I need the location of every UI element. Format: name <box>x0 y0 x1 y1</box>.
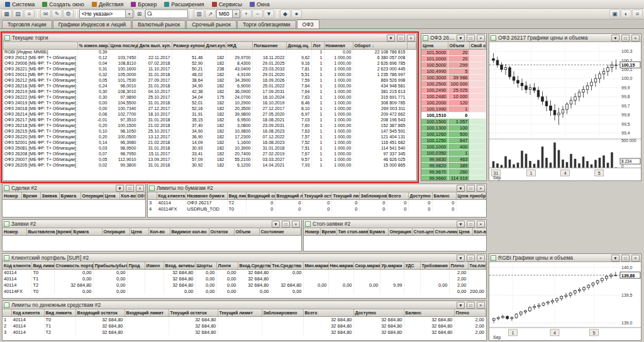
table-row[interactable]: ОФЗ 26219 [МБ ФР: Т+ Облигации]0,30108,3… <box>3 89 416 94</box>
messages-icon[interactable]: ✉ <box>40 9 51 18</box>
rgbi-price-chart[interactable]: 140,0139,5139,0139,86145Sep <box>489 262 641 340</box>
ask-row[interactable]: 100,300039 986 <box>421 74 486 80</box>
maximize-button[interactable]: □ <box>467 35 475 41</box>
windows-icon[interactable]: ▤ <box>13 9 23 18</box>
column-header[interactable]: Номер <box>3 192 21 199</box>
chevron-down-icon[interactable]: ▼ <box>125 10 133 18</box>
column-header[interactable]: Измен <box>145 262 164 269</box>
list-icon[interactable]: ≡ <box>24 9 35 18</box>
bid-row[interactable]: 100,03501 <box>421 150 486 156</box>
chart-dropdown-icon[interactable]: ▼ <box>264 9 274 18</box>
column-header[interactable]: Текущий лимит <box>218 309 262 316</box>
dock-button[interactable]: ▼ <box>457 255 465 262</box>
column-header[interactable]: Прибыль/убытки <box>93 262 127 269</box>
column-header[interactable]: Бумага <box>59 192 80 199</box>
table-row[interactable]: 40114T00,000,0032 684,800,000,0032 684,8… <box>3 269 486 275</box>
menu-item-1[interactable]: Система <box>1 0 38 8</box>
column-header[interactable]: Время <box>320 228 336 235</box>
column-header[interactable]: Код клиента <box>11 309 44 316</box>
add-instrument-icon[interactable]: ⊞ <box>134 9 145 18</box>
ask-row[interactable]: 101,500020 <box>421 49 486 55</box>
table-row[interactable]: ОФЗ 26215 [МБ ФР: Т+ Облигации]0,1098,10… <box>3 128 416 134</box>
table-row[interactable]: RGBI [Индекс ММВБ]0,3910,0022 108 786 81… <box>3 49 416 55</box>
maximize-button[interactable]: □ <box>621 255 630 262</box>
indicator-icon[interactable]: ◆ <box>280 9 291 18</box>
column-header[interactable]: Номер <box>304 228 320 235</box>
menu-item-3[interactable]: Действия <box>88 0 127 8</box>
column-header[interactable]: Нач.маржа <box>328 262 353 269</box>
column-header[interactable]: Доступно <box>408 192 432 199</box>
column-header[interactable]: Оборот ↓ <box>353 42 407 49</box>
tab-Торги облигациями[interactable]: Торги облигациями <box>237 20 296 28</box>
column-header[interactable]: Всего <box>303 309 353 316</box>
table-row[interactable]: 40114FXT00,000,000,000,000,000,000,000,0… <box>3 288 486 294</box>
column-header[interactable] <box>3 309 11 316</box>
tab-Торговля Акции[interactable]: Торговля Акции <box>2 20 52 28</box>
table-row[interactable]: ОФЗ 26217 [МБ ФР: Т+ Облигации]-0,0197,3… <box>3 117 416 123</box>
column-header[interactable]: Цена <box>103 192 119 199</box>
dock-button[interactable]: ▼ <box>272 221 280 228</box>
column-header[interactable]: Лонги <box>216 262 238 269</box>
table-row[interactable]: ОФЗ 26214 [МБ ФР: Т+ Облигации]0,06102,7… <box>3 111 416 117</box>
column-header[interactable]: Цена <box>457 228 472 235</box>
column-header[interactable]: Цена приобретения <box>456 192 486 199</box>
table-row[interactable]: ОФЗ 29012 [МБ ФР: Т+ Облигации]0,12103,7… <box>3 55 416 60</box>
settings-icon[interactable]: ⚙ <box>63 9 74 18</box>
column-header[interactable]: Стоп-лимит цена <box>433 228 457 235</box>
column-header[interactable]: Заблокировано <box>262 309 303 316</box>
table-row[interactable]: ОФЗ 26222 [МБ ФР: Т+ Облигации]0,3097,98… <box>3 94 416 100</box>
menu-item-2[interactable]: Создать окно <box>38 0 88 8</box>
column-header[interactable]: Свой объем <box>469 42 486 49</box>
ask-row[interactable]: 100,49905 <box>421 68 486 74</box>
column-header[interactable]: Требования <box>420 262 449 269</box>
column-header[interactable]: Вход.Средства <box>238 262 270 269</box>
tab-ОФЗ[interactable]: ОФЗ <box>297 19 319 28</box>
column-header[interactable]: Доступно <box>353 309 404 316</box>
table-row[interactable]: ОФЗ 24019 [МБ ФР: Т+ Облигации]0,00104,5… <box>3 100 416 106</box>
table-row[interactable]: ОФЗ 52001 [МБ ФР: Т+ Облигации]0,1496,39… <box>3 140 416 145</box>
bid-row[interactable]: 99,9660114 919 <box>421 175 486 180</box>
tab-Графики Индексов и Акций[interactable]: Графики Индексов и Акций <box>53 20 131 28</box>
panel-titlebar[interactable]: Текущие торги ▼□× <box>3 34 416 42</box>
panel-titlebar[interactable]: ОФЗ 26217 ▼□× <box>421 34 486 42</box>
table-row[interactable]: ОФЗ 29007 [МБ ФР: Т+ Облигации]0,05112,9… <box>3 157 416 162</box>
panel-titlebar[interactable]: Лимиты по денежным средствам #2 ▼□× <box>3 301 486 309</box>
bid-row[interactable]: 99,9830463 <box>421 156 486 162</box>
table-row[interactable]: 140114T032 684,8032 684,8032 684,8032 68… <box>3 316 486 323</box>
maximize-button[interactable]: □ <box>467 185 475 192</box>
ask-row[interactable]: 100,248010 000 <box>421 93 486 99</box>
column-header[interactable]: Выставлена [время] <box>26 228 72 235</box>
column-header[interactable]: Цена <box>130 228 148 235</box>
column-header[interactable]: Вход. активы <box>164 262 195 269</box>
table-row[interactable]: 340114ОФЗ 26217T200000000 <box>148 199 486 206</box>
column-header[interactable]: % измен.закр. <box>77 42 109 49</box>
layout-icon[interactable]: ▣ <box>609 9 620 18</box>
close-button[interactable]: × <box>477 185 485 192</box>
ask-row[interactable]: 100,5000299 <box>421 62 486 68</box>
bid-row[interactable]: 100,1250647 <box>421 137 486 143</box>
panel-titlebar[interactable]: Стоп-заявки #2 ▼□× <box>304 220 486 228</box>
ofz-price-chart[interactable]: 100,3100,2100,1100,099,999,899,799,699,5… <box>489 42 641 180</box>
column-header[interactable]: Код клиента <box>3 262 31 269</box>
column-header[interactable]: Плечо <box>449 262 468 269</box>
close-button[interactable]: × <box>477 35 485 41</box>
column-header[interactable]: Объем <box>234 228 259 235</box>
column-header[interactable]: Входящий остаток <box>246 192 275 199</box>
menu-item-6[interactable]: Сервисы <box>208 0 246 8</box>
column-header[interactable]: Лот <box>311 42 324 49</box>
dock-button[interactable]: ▼ <box>457 221 465 228</box>
crosshair-icon[interactable]: ● <box>291 9 302 18</box>
column-header[interactable]: Текущий остаток <box>169 309 218 316</box>
ask-row[interactable]: 100,2500100 000 <box>421 80 486 87</box>
table-row[interactable]: 440114FXUSDRUB_TODT000000000 <box>148 206 486 212</box>
menu-item-5[interactable]: Расширения <box>160 0 208 8</box>
maximize-button[interactable]: □ <box>126 185 134 192</box>
column-header[interactable] <box>407 42 416 49</box>
column-header[interactable]: Цена <box>421 42 448 49</box>
close-button[interactable]: × <box>292 221 300 228</box>
dock-button[interactable]: ▼ <box>457 302 465 309</box>
table-row[interactable]: ОФЗ 26216 [МБ ФР: Т+ Облигации]0,2498,00… <box>3 83 416 89</box>
column-header[interactable]: Видимое кол-во <box>170 228 209 235</box>
dock-button[interactable]: ▼ <box>457 185 465 192</box>
table-row[interactable]: ОФЗ 26205 [МБ ФР: Т+ Облигации]0,0299,38… <box>3 162 416 168</box>
